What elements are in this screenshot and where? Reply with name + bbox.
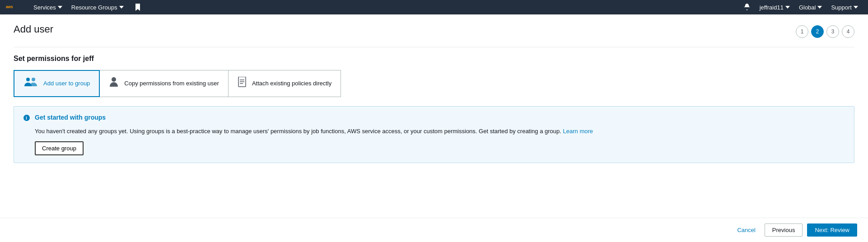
svg-text:i: i: [26, 116, 27, 121]
tab-add-to-group[interactable]: Add user to group: [14, 70, 100, 97]
learn-more-link[interactable]: Learn more: [563, 128, 593, 135]
step-2-active: 2: [811, 25, 824, 38]
section-divider: [14, 47, 854, 47]
tab-add-to-group-label: Add user to group: [43, 79, 90, 88]
nav-support-menu[interactable]: Support: [826, 0, 863, 14]
nav-resource-groups[interactable]: Resource Groups: [67, 0, 128, 14]
nav-region-menu[interactable]: Global: [794, 0, 827, 14]
permission-tabs: Add user to group Copy permissions from …: [14, 70, 854, 97]
info-title: Get started with groups: [35, 114, 106, 121]
nav-notifications[interactable]: [739, 0, 755, 14]
aws-logo[interactable]: aws: [5, 2, 23, 13]
step-3: 3: [826, 25, 839, 38]
tab-attach-policies[interactable]: Attach existing policies directly: [229, 70, 341, 97]
nav-bookmark[interactable]: [128, 0, 145, 14]
step-4: 4: [842, 25, 854, 38]
svg-point-2: [32, 78, 35, 81]
info-circle-icon: i: [23, 114, 30, 123]
next-button[interactable]: Next: Review: [807, 223, 857, 237]
info-box-header: i Get started with groups: [23, 114, 845, 123]
users-icon: [23, 77, 38, 90]
create-group-button[interactable]: Create group: [35, 141, 84, 155]
cancel-button[interactable]: Cancel: [733, 224, 760, 236]
info-box: i Get started with groups You haven't cr…: [14, 106, 854, 163]
svg-point-3: [112, 77, 116, 82]
page-header: Add user 1 2 3 4: [14, 23, 854, 38]
step-1: 1: [796, 25, 808, 38]
nav-user-menu[interactable]: jeffraid11: [755, 0, 794, 14]
info-body: You haven't created any groups yet. Usin…: [23, 127, 845, 155]
top-nav: aws Services Resource Groups jeffraid11 …: [0, 0, 868, 14]
action-bar: Cancel Previous Next: Review: [0, 218, 868, 242]
tab-copy-permissions-label: Copy permissions from existing user: [124, 79, 219, 88]
svg-text:aws: aws: [6, 5, 13, 9]
step-indicators: 1 2 3 4: [796, 25, 854, 38]
info-body-text: You haven't created any groups yet. Usin…: [35, 128, 563, 135]
svg-point-1: [26, 78, 30, 81]
previous-button[interactable]: Previous: [765, 223, 803, 237]
tab-attach-policies-label: Attach existing policies directly: [252, 79, 331, 88]
section-title: Set permissions for jeff: [14, 55, 854, 63]
main-content: Add user 1 2 3 4 Set permissions for jef…: [0, 14, 868, 242]
tab-copy-permissions[interactable]: Copy permissions from existing user: [100, 70, 229, 97]
nav-services[interactable]: Services: [29, 0, 67, 14]
person-icon: [109, 77, 119, 90]
document-icon: [238, 77, 247, 90]
page-title: Add user: [14, 23, 53, 35]
